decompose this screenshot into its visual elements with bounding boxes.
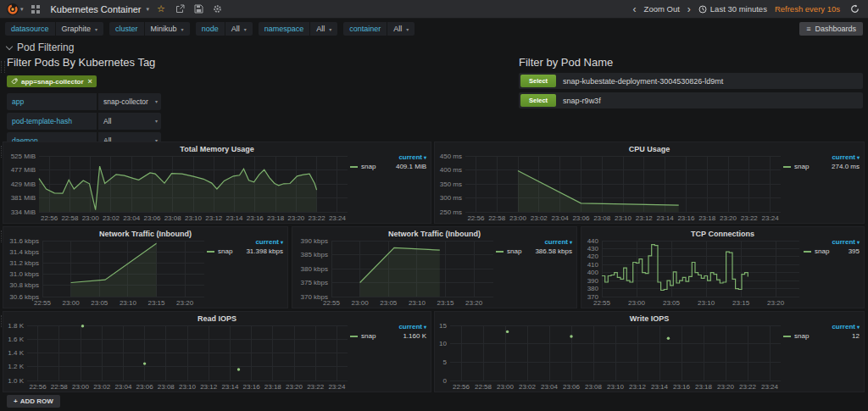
star-icon: ☆ — [157, 4, 165, 14]
svg-text:23:00: 23:00 — [63, 299, 81, 307]
grafana-logo[interactable]: ▾ — [7, 3, 24, 15]
legend-series-row[interactable]: snap1.160 K — [350, 332, 426, 340]
chart-plot-area[interactable]: 22:5523:0023:0523:1023:1523:2030.6 kbps3… — [5, 237, 209, 307]
var-datasource-dropdown[interactable]: Graphite▾ — [56, 22, 104, 36]
legend-stat-label: current — [398, 323, 422, 330]
var-namespace-dropdown[interactable]: All▾ — [310, 22, 337, 36]
series-name: snap — [794, 163, 809, 170]
svg-text:23:15: 23:15 — [732, 299, 750, 307]
filter-key-link[interactable]: app — [7, 93, 97, 110]
svg-text:385 kbps: 385 kbps — [301, 251, 328, 258]
chart-plot-area[interactable]: 22:5523:0023:0523:1023:1523:203703803904… — [583, 237, 804, 307]
legend-series-row[interactable]: snap395 — [804, 247, 860, 255]
chart-plot-area[interactable]: 22:5622:5823:0023:0223:0423:0623:0823:10… — [5, 322, 353, 391]
row-title-pod-filtering[interactable]: Pod Filtering — [7, 42, 74, 53]
svg-text:23:00: 23:00 — [509, 214, 527, 222]
svg-text:23:22: 23:22 — [307, 383, 325, 391]
caret-down-icon[interactable]: ▾ — [147, 6, 150, 13]
star-button[interactable]: ☆ — [154, 3, 168, 16]
var-container-dropdown[interactable]: All▾ — [387, 22, 415, 36]
svg-text:370 kbps: 370 kbps — [301, 293, 328, 301]
legend-current-header[interactable]: current▾ — [350, 153, 426, 161]
close-icon[interactable]: × — [88, 77, 92, 86]
legend-series-row[interactable]: snap274.0 ms — [783, 163, 860, 170]
tag-chip[interactable]: app=snap-collector × — [7, 75, 97, 87]
chart-plot-area[interactable]: 22:5622:5823:0023:0223:0423:0623:0823:10… — [437, 322, 786, 391]
svg-text:23:22: 23:22 — [741, 214, 759, 222]
svg-text:31.2 kbps: 31.2 kbps — [9, 259, 39, 267]
save-button[interactable] — [192, 3, 205, 16]
svg-text:23:14: 23:14 — [657, 214, 675, 222]
legend-current-header[interactable]: current▾ — [804, 238, 860, 246]
svg-text:23:22: 23:22 — [309, 214, 326, 222]
time-shift-left-button[interactable]: ‹ — [633, 4, 637, 14]
svg-text:23:02: 23:02 — [519, 383, 537, 391]
legend-current-header[interactable]: current▾ — [207, 238, 283, 246]
svg-text:23:00: 23:00 — [352, 299, 370, 307]
var-cluster-dropdown[interactable]: Minikub▾ — [145, 22, 190, 36]
add-row-button[interactable]: + ADD ROW — [7, 395, 60, 408]
navbar-left: ▾ Kubernetes Container ▾ ☆ — [7, 3, 224, 16]
svg-text:23:18: 23:18 — [264, 383, 282, 391]
refresh-interval-button[interactable]: Refresh every 10s — [775, 4, 840, 14]
legend-series-row[interactable]: snap409.1 MiB — [350, 163, 426, 170]
svg-text:23:08: 23:08 — [158, 383, 175, 391]
apps-grid-icon[interactable] — [29, 3, 42, 16]
legend-current-header[interactable]: current▾ — [496, 238, 572, 246]
select-button[interactable]: Select — [520, 94, 556, 107]
var-value-text: Minikub — [151, 25, 177, 33]
refresh-button[interactable] — [848, 3, 861, 16]
legend-series-row[interactable]: snap386.58 kbps — [496, 247, 572, 255]
svg-text:23:02: 23:02 — [531, 214, 548, 222]
filter-value-dropdown[interactable]: All▾ — [98, 113, 161, 130]
dashboards-button[interactable]: ≡ Dashboards — [799, 22, 863, 36]
panel-filter-by-pod-name: Filter by Pod Name Select snap-kubestate… — [519, 56, 863, 112]
legend: current▾ snap274.0 ms — [783, 153, 860, 170]
dashboard-submenu: datasource Graphite▾ cluster Minikub▾ no… — [0, 19, 868, 39]
svg-text:23:22: 23:22 — [739, 383, 757, 391]
legend-stat-label: current — [832, 153, 855, 161]
legend-current-header[interactable]: current▾ — [783, 153, 860, 161]
dashboard-title[interactable]: Kubernetes Container — [51, 4, 142, 14]
series-name: snap — [361, 332, 376, 340]
svg-text:23:12: 23:12 — [629, 383, 647, 391]
svg-text:23:00: 23:00 — [82, 214, 100, 222]
legend-series-row[interactable]: snap31.398 kbps — [207, 247, 283, 255]
chart-plot-area[interactable]: 22:5523:0023:0523:1023:1523:20370 kbps37… — [294, 237, 498, 307]
chart-plot-area[interactable]: 22:5622:5823:0023:0223:0423:0623:0823:10… — [5, 153, 353, 222]
svg-text:23:20: 23:20 — [720, 214, 737, 222]
legend-current-header[interactable]: current▾ — [350, 323, 426, 330]
save-icon — [194, 4, 203, 14]
row-drag-handle[interactable] — [1, 61, 5, 73]
svg-text:420: 420 — [587, 253, 599, 260]
chart-plot-area[interactable]: 22:5622:5823:0023:0223:0423:0623:0823:10… — [437, 153, 786, 222]
legend-series-row[interactable]: snap12 — [783, 332, 860, 340]
svg-text:23:16: 23:16 — [243, 383, 261, 391]
svg-text:23:08: 23:08 — [164, 214, 182, 222]
share-icon — [175, 4, 185, 14]
filter-key-link[interactable]: pod-template-hash — [7, 113, 97, 130]
zoom-out-button[interactable]: Zoom Out — [644, 4, 680, 14]
filter-value-text: snap-collector — [103, 97, 148, 106]
select-button[interactable]: Select — [520, 75, 556, 87]
time-shift-right-button[interactable]: › — [687, 4, 691, 14]
svg-text:10: 10 — [439, 340, 447, 347]
svg-text:22:56: 22:56 — [467, 214, 485, 222]
svg-text:23:12: 23:12 — [636, 214, 654, 222]
svg-text:5: 5 — [443, 358, 448, 366]
share-button[interactable] — [173, 3, 186, 16]
svg-text:477 MiB: 477 MiB — [11, 166, 36, 174]
svg-text:23:24: 23:24 — [328, 383, 346, 391]
svg-text:31.6 kbps: 31.6 kbps — [9, 237, 39, 245]
dashboards-label: Dashboards — [815, 25, 856, 33]
settings-button[interactable] — [210, 3, 224, 16]
filter-value-dropdown[interactable]: snap-collector▾ — [98, 93, 161, 110]
template-var-container: container All▾ — [343, 22, 415, 36]
series-current-value: 409.1 MiB — [396, 163, 426, 170]
legend-current-header[interactable]: current▾ — [783, 323, 860, 330]
time-range-picker[interactable]: Last 30 minutes — [698, 4, 767, 14]
var-node-dropdown[interactable]: All▾ — [225, 22, 253, 36]
series-name: snap — [794, 332, 809, 340]
caret-down-icon: ▾ — [281, 240, 283, 245]
caret-down-icon: ▾ — [857, 240, 860, 245]
